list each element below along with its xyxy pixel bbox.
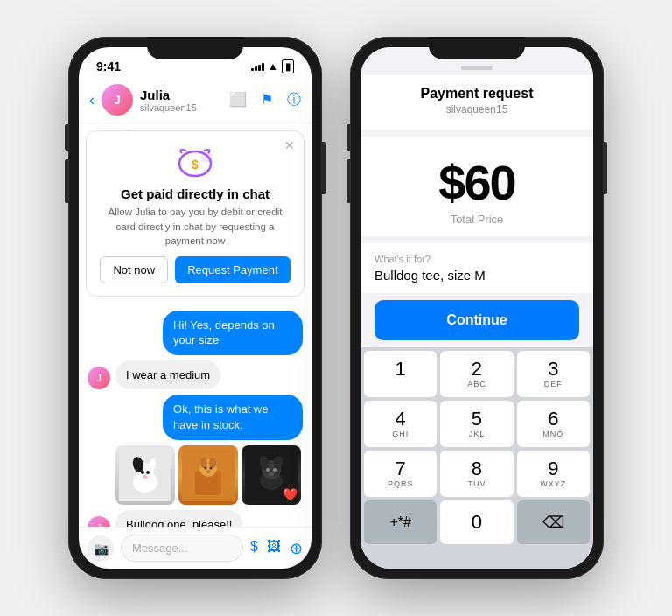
header-action-icons: ⬜ ⚑ ⓘ: [229, 91, 301, 109]
back-button[interactable]: ‹: [89, 91, 94, 109]
svg-point-17: [210, 466, 213, 469]
amount-section: $60 Total Price: [360, 136, 593, 236]
payment-popup-icon: $: [99, 144, 291, 181]
chat-area: Hi! Yes, depends on your size J I wear a…: [79, 304, 312, 527]
product-image-2: [178, 445, 238, 505]
key-symbols[interactable]: +*#: [364, 500, 437, 544]
payment-request-title: Payment request: [378, 86, 576, 102]
popup-description: Allow Julia to pay you by debit or credi…: [99, 205, 291, 247]
contact-username: silvaqueen15: [140, 102, 222, 113]
svg-point-26: [269, 472, 274, 476]
side-button: [604, 142, 607, 194]
product-image-1: [116, 445, 175, 505]
vol-up-button: [346, 124, 350, 150]
key-7[interactable]: 7 PQRS: [364, 451, 437, 497]
message-row: Ok, this is what we have in stock:: [88, 395, 303, 439]
payment-header: Payment request silvaqueen15: [360, 75, 593, 130]
vol-up-button: [65, 124, 68, 150]
vol-down-button: [65, 159, 68, 203]
key-4[interactable]: 4 GHI: [364, 401, 437, 447]
key-backspace[interactable]: ⌫: [517, 500, 590, 544]
svg-point-2: [201, 151, 212, 162]
contact-info: Julia silvaqueen15: [140, 88, 222, 113]
not-now-button[interactable]: Not now: [100, 256, 168, 284]
keypad-row-1: 1 2 ABC 3 DEF: [364, 351, 590, 397]
payment-screen-container: 9:41 icons Payment request silvaqueen15 …: [360, 47, 593, 569]
sender-avatar: J: [88, 516, 110, 527]
side-button: [322, 142, 326, 194]
message-input[interactable]: Message...: [121, 535, 243, 562]
popup-title: Get paid directly in chat: [99, 186, 291, 201]
keypad-row-2: 4 GHI 5 JKL 6 MNO: [364, 401, 590, 447]
product-images-row: ❤️: [88, 445, 303, 505]
payment-popup: ✕ $ Get paid directly in chat Allow Juli…: [86, 130, 304, 297]
camera-icon[interactable]: 📷: [88, 536, 114, 562]
chat-header: ‹ J Julia silvaqueen15 ⬜ ⚑ ⓘ: [79, 79, 312, 123]
key-6[interactable]: 6 MNO: [517, 401, 590, 447]
request-payment-button[interactable]: Request Payment: [175, 256, 290, 284]
drag-handle: [461, 66, 493, 70]
notch: [429, 37, 525, 60]
avatar: J: [102, 84, 133, 116]
payment-request-subtitle: silvaqueen15: [378, 103, 576, 116]
messenger-screen: 9:41 ▲ ▮ ‹ J Julia si: [79, 47, 312, 569]
heart-badge: ❤️: [283, 487, 298, 501]
payment-amount: $60: [378, 154, 576, 211]
video-call-icon[interactable]: ⬜: [229, 91, 247, 109]
flag-icon[interactable]: ⚑: [261, 91, 273, 109]
key-5[interactable]: 5 JKL: [440, 401, 513, 447]
keypad-row-4: +*# 0 ⌫: [364, 500, 590, 544]
info-icon[interactable]: ⓘ: [287, 91, 301, 109]
battery-icon: ▮: [282, 60, 294, 74]
popup-buttons: Not now Request Payment: [99, 256, 291, 284]
key-8[interactable]: 8 TUV: [440, 451, 513, 497]
svg-point-16: [205, 466, 207, 469]
key-0[interactable]: 0: [440, 500, 513, 544]
svg-point-14: [200, 458, 207, 468]
phone-payment: 9:41 icons Payment request silvaqueen15 …: [350, 37, 604, 579]
status-time: 9:41: [96, 60, 121, 74]
message-bubble: Bulldog one, please!!: [116, 510, 242, 528]
plus-icon[interactable]: ⊕: [290, 539, 303, 558]
sender-avatar: J: [88, 367, 110, 389]
phone-messenger: 9:41 ▲ ▮ ‹ J Julia si: [68, 37, 322, 579]
message-row: J Bulldog one, please!!: [88, 510, 303, 528]
product-image-3: ❤️: [242, 445, 301, 505]
key-2[interactable]: 2 ABC: [440, 351, 513, 397]
svg-point-10: [143, 475, 148, 479]
notch: [147, 37, 243, 60]
what-for-value: Bulldog tee, size M: [374, 268, 579, 283]
message-bubble: Hi! Yes, depends on your size: [163, 311, 303, 355]
svg-point-18: [206, 470, 211, 473]
what-for-section: What's it for? Bulldog tee, size M: [360, 243, 593, 293]
signal-icon: [251, 62, 264, 71]
popup-close-button[interactable]: ✕: [284, 138, 295, 152]
key-1[interactable]: 1: [364, 351, 437, 397]
key-3[interactable]: 3 DEF: [517, 351, 590, 397]
keypad-row-3: 7 PQRS 8 TUV 9 WXYZ: [364, 451, 590, 497]
message-placeholder: Message...: [132, 542, 188, 555]
svg-text:$: $: [192, 158, 199, 172]
continue-button[interactable]: Continue: [374, 300, 579, 340]
what-for-label: What's it for?: [374, 254, 579, 264]
svg-point-25: [273, 468, 276, 472]
image-icon[interactable]: 🖼: [267, 539, 281, 558]
key-9[interactable]: 9 WXYZ: [517, 451, 590, 497]
svg-point-8: [141, 471, 144, 474]
dollar-icon[interactable]: $: [250, 539, 258, 558]
status-icons: ▲ ▮: [251, 60, 294, 74]
svg-point-15: [209, 458, 216, 468]
amount-label: Total Price: [378, 213, 576, 226]
message-row: J I wear a medium: [88, 360, 303, 390]
wifi-icon: ▲: [268, 60, 278, 73]
svg-point-24: [266, 468, 270, 472]
svg-point-9: [146, 471, 150, 474]
message-row: Hi! Yes, depends on your size: [88, 311, 303, 355]
number-keypad: 1 2 ABC 3 DEF 4 GHI: [360, 347, 593, 569]
message-input-bar: 📷 Message... $ 🖼 ⊕: [79, 527, 312, 569]
contact-name: Julia: [140, 88, 222, 102]
vol-down-button: [346, 159, 350, 203]
message-bar-icons: $ 🖼 ⊕: [250, 539, 303, 558]
message-bubble: I wear a medium: [116, 360, 220, 390]
message-bubble: Ok, this is what we have in stock:: [163, 395, 303, 439]
